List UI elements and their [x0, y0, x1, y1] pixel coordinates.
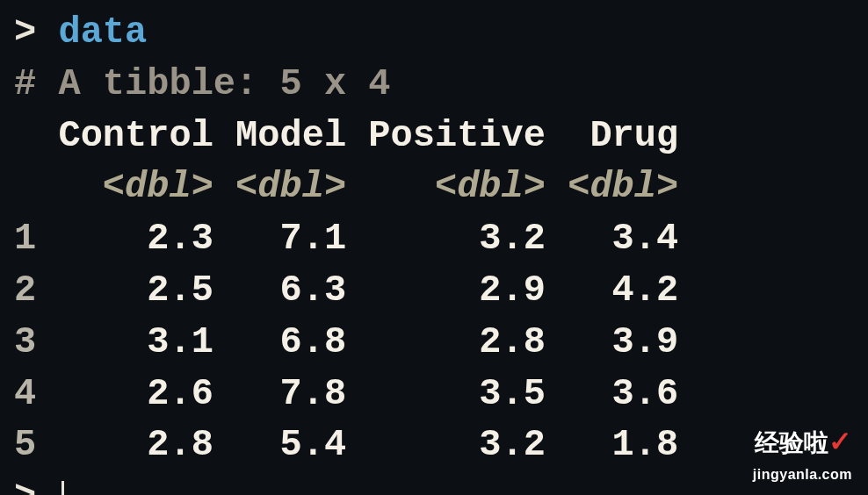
cell: 4.2	[612, 269, 679, 312]
row-number: 5	[14, 424, 36, 466]
checkmark-icon: ✓	[828, 426, 852, 457]
watermark: 经验啦✓ jingyanla.com	[753, 413, 852, 484]
type-annotation: <dbl>	[235, 166, 346, 208]
row-number: 4	[14, 373, 36, 415]
cell: 2.8	[147, 424, 213, 466]
row-number: 1	[14, 218, 36, 260]
command-text: data	[58, 11, 147, 54]
cell: 1.8	[612, 424, 679, 466]
cursor-icon[interactable]	[61, 481, 64, 495]
cell: 2.5	[147, 269, 213, 312]
watermark-domain: jingyanla.com	[753, 465, 852, 484]
cell: 3.1	[147, 321, 213, 363]
column-header-control: Control	[58, 115, 213, 157]
cell: 3.6	[612, 373, 679, 415]
column-header-positive: Positive	[368, 115, 546, 157]
cell: 3.9	[612, 321, 679, 363]
type-annotation: <dbl>	[103, 166, 213, 208]
cell: 3.5	[479, 373, 546, 415]
row-number: 2	[14, 269, 36, 312]
cell: 2.9	[479, 269, 546, 312]
prompt-symbol: >	[14, 11, 36, 54]
type-annotation: <dbl>	[435, 166, 546, 208]
cell: 7.8	[280, 373, 347, 415]
column-header-model: Model	[235, 115, 346, 157]
tibble-comment: # A tibble: 5 x 4	[14, 63, 391, 105]
cell: 5.4	[280, 424, 347, 466]
cell: 2.3	[147, 218, 213, 260]
cell: 7.1	[280, 218, 347, 260]
cell: 2.8	[479, 321, 546, 363]
type-annotation: <dbl>	[568, 166, 678, 208]
cell: 2.6	[147, 373, 213, 415]
cell: 3.2	[479, 424, 546, 466]
cell: 3.4	[612, 218, 679, 260]
cell: 6.8	[280, 321, 347, 363]
prompt-symbol: >	[14, 476, 36, 495]
column-header-drug: Drug	[590, 115, 678, 157]
cell: 6.3	[280, 269, 347, 312]
console-output: > data # A tibble: 5 x 4 Control Model P…	[14, 7, 854, 495]
row-number: 3	[14, 321, 36, 363]
watermark-text: 经验啦	[755, 429, 828, 456]
cell: 3.2	[479, 218, 546, 260]
